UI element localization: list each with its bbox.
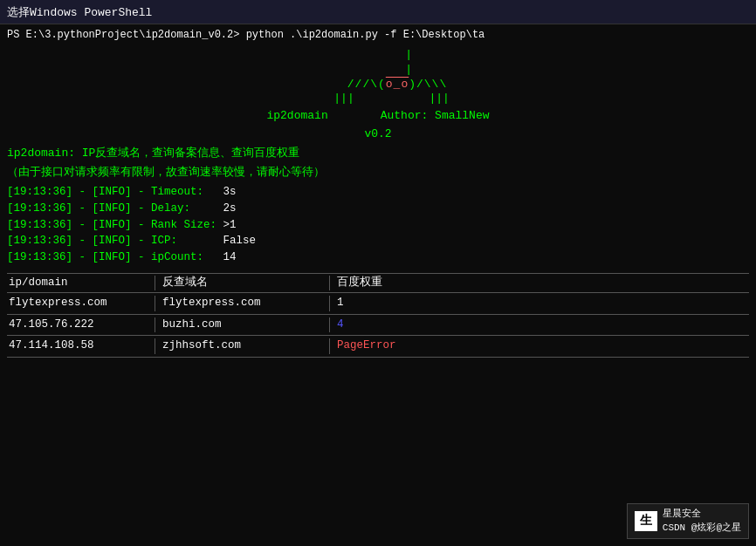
row3-baidu: PageError	[330, 338, 443, 354]
ascii-art: | | ///\(o_o)/\\\ ||| |||	[7, 48, 749, 107]
row1-domain: flytexpress.com	[155, 296, 330, 311]
cmd-text: PS E:\3.pythonProject\ip2domain_v0.2> py…	[7, 29, 485, 41]
info-line-icp: [19:13:36] - [INFO] - ICP: False	[7, 233, 749, 249]
author-label: Author: SmallNew	[381, 108, 490, 124]
row3-ip: 47.114.108.58	[7, 338, 155, 354]
ascii-line-3: ///\(o_o)/\\\	[7, 78, 749, 92]
ascii-line-4: ||| |||	[7, 92, 749, 106]
ascii-line-2: |	[7, 63, 749, 78]
row1-ip: flytexpress.com	[7, 296, 155, 311]
col-header-ip: ip/domain	[7, 276, 155, 291]
row3-domain: zjhhsoft.com	[155, 338, 330, 354]
table-row-3: 47.114.108.58 zjhhsoft.com PageError	[7, 336, 749, 358]
watermark-csdn: CSDN @炫彩@之星	[663, 522, 741, 535]
info-line-delay: [19:13:36] - [INFO] - Delay: 2s	[7, 201, 749, 217]
desc-line-1: ip2domain: IP反查域名，查询备案信息、查询百度权重	[7, 146, 749, 161]
author-name: SmallNew	[435, 109, 489, 122]
ascii-line-1: |	[7, 48, 749, 63]
version-text: v0.2	[364, 127, 391, 140]
watermark: 生 星晨安全 CSDN @炫彩@之星	[627, 503, 749, 539]
cmd-line: PS E:\3.pythonProject\ip2domain_v0.2> py…	[7, 28, 749, 43]
desc-line-2: （由于接口对请求频率有限制，故查询速率较慢，请耐心等待）	[7, 165, 749, 181]
title-bar: 选择Windows PowerShell	[0, 0, 756, 24]
row1-baidu: 1	[330, 296, 443, 311]
info-line-ipcount: [19:13:36] - [INFO] - ipCount: 14	[7, 249, 749, 266]
version-line: v0.2	[7, 126, 749, 142]
col-header-domain: 反查域名	[155, 276, 330, 291]
table-row-2: 47.105.76.222 buzhi.com 4	[7, 315, 749, 337]
row2-ip: 47.105.76.222	[7, 317, 155, 333]
title-text: 选择Windows PowerShell	[7, 4, 152, 20]
info-line-timeout: [19:13:36] - [INFO] - Timeout: 3s	[7, 184, 749, 201]
ip2domain-label: ip2domain	[266, 108, 327, 124]
table-row-1: flytexpress.com flytexpress.com 1	[7, 293, 749, 315]
info-line-ranksize: [19:13:36] - [INFO] - Rank Size: >1	[7, 217, 749, 234]
watermark-text: 星晨安全 CSDN @炫彩@之星	[663, 508, 741, 535]
results-table: ip/domain 反查域名 百度权重 flytexpress.com flyt…	[7, 273, 749, 358]
table-header: ip/domain 反查域名 百度权重	[7, 274, 749, 294]
watermark-logo: 生	[635, 511, 657, 532]
row2-domain: buzhi.com	[155, 317, 330, 333]
row2-baidu: 4	[330, 317, 443, 333]
terminal: PS E:\3.pythonProject\ip2domain_v0.2> py…	[0, 24, 756, 546]
banner-row: ip2domain Author: SmallNew	[7, 108, 749, 124]
watermark-site: 星晨安全	[663, 508, 741, 521]
col-header-baidu: 百度权重	[330, 276, 443, 291]
info-section: [19:13:36] - [INFO] - Timeout: 3s [19:13…	[7, 184, 749, 266]
